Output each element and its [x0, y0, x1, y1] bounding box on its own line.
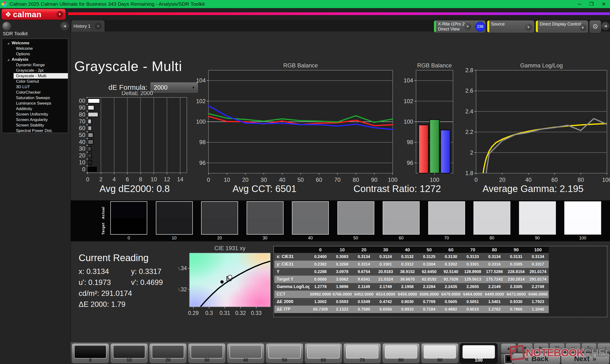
- patch-button-0[interactable]: 0: [71, 343, 109, 364]
- meter-count-badge[interactable]: 238: [475, 22, 485, 32]
- sidebar-item-screen-stability[interactable]: Screen Stability: [2, 122, 68, 128]
- table-value: 175.7242: [483, 276, 505, 283]
- sidebar-item-welcome[interactable]: ◢Welcome: [2, 40, 68, 46]
- table-value: 2.2435: [440, 283, 462, 291]
- svg-text:80: 80: [79, 111, 85, 118]
- source-dropdown[interactable]: Source ▼: [487, 21, 534, 32]
- svg-text:80: 80: [578, 177, 584, 183]
- toolbar-button-chart[interactable]: ▥: [549, 343, 565, 352]
- target-patch: [247, 218, 283, 234]
- svg-text:0: 0: [474, 177, 478, 183]
- patch-button-20[interactable]: 20: [149, 343, 187, 364]
- table-value: 6459.0000: [397, 291, 418, 298]
- patch-button-70[interactable]: 70: [343, 343, 381, 364]
- sidebar-item-analysis[interactable]: ◢Analysis: [2, 57, 68, 62]
- table-value: 62.6450: [418, 268, 440, 276]
- toolbar-button-play[interactable]: ▶: [533, 343, 549, 352]
- panel-collapse-button[interactable]: ◀: [601, 22, 610, 30]
- table-value: 0.6010: [462, 306, 483, 313]
- table-value: 0.7580: [353, 306, 375, 313]
- sidebar-item-spectral-power-dist-[interactable]: Spectral Power Dist.: [2, 128, 68, 133]
- target-patch: [202, 218, 238, 234]
- svg-text:104: 104: [196, 77, 206, 84]
- toolbar-button-refresh[interactable]: ↻: [581, 343, 597, 352]
- sidebar-item-dynamic-range[interactable]: Dynamic Range: [2, 62, 68, 68]
- maximize-button[interactable]: ❐: [589, 0, 594, 8]
- next-button[interactable]: Next »: [561, 353, 610, 364]
- add-tab-button[interactable]: +: [92, 21, 104, 32]
- toolbar-button-stop[interactable]: ■: [518, 343, 533, 352]
- settings-button[interactable]: ⚙: [589, 21, 601, 32]
- patch-label: 50: [266, 357, 303, 363]
- patch-button-80[interactable]: 80: [382, 343, 420, 364]
- patch-button-90[interactable]: 90: [421, 343, 459, 364]
- swatch-label: 70: [428, 236, 465, 241]
- row-label: Gamma Log/Log: [274, 283, 310, 291]
- back-button[interactable]: « Back: [513, 353, 560, 364]
- sidebar-item-welcome[interactable]: Welcome: [2, 46, 68, 51]
- chevron-double-right-icon: »: [592, 355, 597, 363]
- patch-swatch: [346, 345, 378, 359]
- swatch-label: 20: [201, 236, 238, 241]
- table-value: 291.0174: [527, 268, 549, 276]
- sidebar-item-3d-lut[interactable]: 3D LUT: [2, 84, 68, 90]
- chart-icon: ▥: [555, 345, 559, 351]
- table-value: 2.1149: [353, 283, 375, 291]
- table-value: 0.4882: [440, 306, 462, 313]
- svg-text:100: 100: [388, 177, 397, 183]
- table-value: 6479.0000: [440, 291, 462, 298]
- table-value: 20.9183: [375, 268, 397, 276]
- table-value: 6766.0000: [331, 291, 353, 298]
- de-formula-dropdown[interactable]: 2000 ▼: [151, 82, 198, 92]
- patch-button-10[interactable]: 10: [110, 343, 148, 364]
- loop-icon: ∞: [571, 345, 575, 351]
- table-value: 0.3305: [506, 260, 527, 268]
- patch-page-up-button[interactable]: ▲: [501, 343, 516, 353]
- close-button[interactable]: ✕: [602, 0, 606, 8]
- sidebar-knob-button[interactable]: [2, 22, 11, 30]
- sidebar-item-colorchecker[interactable]: ColorChecker: [2, 90, 68, 95]
- calman-menu-button[interactable]: ❖ calman ▼: [1, 9, 66, 20]
- sidebar-item-luminance-sweeps[interactable]: Luminance Sweeps: [2, 101, 68, 106]
- table-value: 6473.0000: [506, 291, 527, 298]
- de-formula-label: dE Formula:: [108, 83, 147, 91]
- sidebar-item-screen-uniformity[interactable]: Screen Uniformity: [2, 112, 68, 117]
- patch-button-60[interactable]: 60: [305, 343, 342, 364]
- meter-dropdown[interactable]: X-Rite i1Pro 2 Direct View ▼ 238: [434, 21, 485, 32]
- rgb-balance-bar-chart: RGB Balance9698100102104100: [404, 63, 460, 185]
- meter-mode: Direct View: [438, 27, 465, 32]
- table-value: 0.3130: [440, 253, 462, 260]
- toolbar-button-gauge[interactable]: ◔: [597, 343, 610, 352]
- toolbar-button-loop[interactable]: ∞: [565, 343, 581, 352]
- sidebar-item-grayscale-multi[interactable]: Grayscale - Multi: [13, 73, 68, 78]
- sidebar-item-saturation-sweeps[interactable]: Saturation Sweeps: [2, 95, 68, 101]
- patch-button-50[interactable]: 50: [266, 343, 303, 364]
- svg-text:104: 104: [404, 77, 413, 84]
- table-value: 21.0324: [375, 276, 397, 283]
- minimize-button[interactable]: ─: [578, 0, 581, 8]
- sidebar-item-color-gamut[interactable]: Color Gamut: [2, 78, 68, 84]
- table-value: 3.0062: [331, 276, 353, 283]
- patch-button-30[interactable]: 30: [188, 343, 226, 364]
- tab-history-1[interactable]: History 1: [72, 21, 92, 32]
- meter-status-stripe: [434, 21, 436, 32]
- table-value: 0.5051: [462, 298, 483, 306]
- swatch-label: 80: [473, 236, 510, 241]
- svg-text:20: 20: [499, 177, 506, 183]
- svg-text:98: 98: [407, 139, 413, 145]
- sidebar-item-options[interactable]: Options: [2, 51, 68, 57]
- chevron-left-icon: ◀: [604, 24, 607, 28]
- patch-square-icon: [505, 354, 513, 364]
- display-control-dropdown[interactable]: Direct Display Control ▼: [536, 21, 588, 32]
- patch-button-100[interactable]: 100: [460, 343, 497, 364]
- table-value: 1.2778: [310, 283, 331, 291]
- sidebar-item-grayscale-2pt[interactable]: Grayscale - 2pt: [2, 68, 68, 73]
- patch-button-40[interactable]: 40: [227, 343, 264, 364]
- sidebar-item-screen-angularity[interactable]: Screen Angularity: [2, 117, 68, 122]
- stat-avg-de2000: Avg dE2000: 0.8: [99, 183, 170, 194]
- svg-text:100: 100: [79, 97, 85, 104]
- actual-patch: [519, 202, 556, 218]
- sidebar-item-additivity[interactable]: Additivity: [2, 106, 68, 112]
- sidebar-collapse-button[interactable]: ◀: [61, 22, 69, 30]
- table-value: 38.6670: [397, 276, 418, 283]
